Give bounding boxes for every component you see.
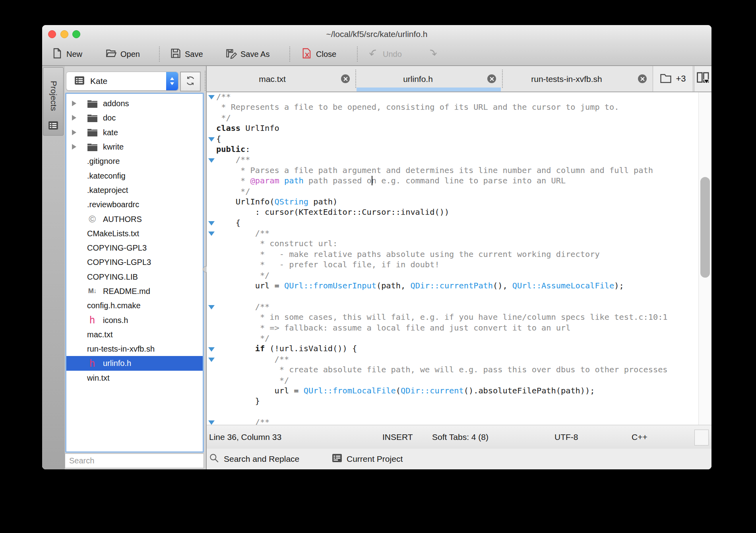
code-token: /** [216,155,250,164]
tree-item-kwrite[interactable]: kwrite [66,140,203,154]
refresh-icon [184,75,196,88]
code-line-19: url = QUrl::fromUserInput(path, QDir::cu… [207,280,711,291]
tree-item-run-tests-in-xvfb-sh[interactable]: run-tests-in-xvfb.sh [66,342,203,356]
code-line-24: */ [207,333,711,343]
tab-close-button[interactable] [341,74,350,83]
tree-item-label: mac.txt [87,330,112,339]
project-search-input[interactable] [65,453,204,468]
tree-item-urlinfo-h[interactable]: hurlinfo.h [66,356,203,370]
toolbar-button-new[interactable]: New [52,46,82,62]
toolbar-button-redo[interactable] [427,46,438,62]
split-view-button[interactable] [694,66,711,91]
fold-marker-icon[interactable] [208,347,215,352]
tree-item-label: config.h.cmake [87,301,141,310]
expander-icon[interactable] [72,130,76,135]
project-selector[interactable]: Kate [66,72,178,91]
tree-item-config-h-cmake[interactable]: config.h.cmake [66,298,203,313]
document-tab-urlinfo-h[interactable]: urlinfo.h [356,66,502,91]
document-tab-mac-txt[interactable]: mac.txt [211,66,355,91]
fold-marker-icon[interactable] [208,95,215,99]
code-token: * [216,176,250,185]
folder-icon [86,127,98,138]
saveas-icon [226,48,237,60]
tree-item--kateconfig[interactable]: .kateconfig [66,168,203,183]
tree-item-copying-lib[interactable]: COPYING.LIB [66,270,203,284]
editor-scrollbar-thumb[interactable] [700,177,710,278]
tree-item-doc[interactable]: doc [66,111,203,125]
tree-item-authors[interactable]: ©AUTHORS [66,212,203,226]
code-line-17: * - prefer local file, if in doubt! [207,259,711,270]
markdown-icon: M↓ [86,286,98,296]
tree-item-label: win.txt [87,373,110,382]
sidebar-tab-projects[interactable]: Projects [43,67,64,136]
code-token: ( [396,386,401,395]
tree-item-cmakelists-txt[interactable]: CMakeLists.txt [66,226,203,241]
code-token: } [216,396,260,406]
document-tab-run-tests-in-xvfb-sh[interactable]: run-tests-in-xvfb.sh [502,66,652,91]
copyright-icon: © [86,214,98,224]
fold-marker-icon[interactable] [208,305,215,309]
status-line-column[interactable]: Line 36, Column 33 [209,425,281,449]
tree-item-copying-gpl3[interactable]: COPYING-GPL3 [66,241,203,255]
code-line-20 [207,291,711,301]
fold-marker-icon[interactable] [208,137,215,142]
code-line-28: */ [207,375,711,385]
fold-marker-icon[interactable] [208,221,215,226]
tree-item--gitignore[interactable]: .gitignore [66,154,203,168]
tree-item-label: .kateproject [87,185,128,195]
window-title: ~/local/kf5/src/kate/urlinfo.h [42,25,711,43]
code-token: url = [216,386,304,395]
toolbar-button-save-as[interactable]: Save As [226,46,269,62]
refresh-project-button[interactable] [180,72,201,91]
projects-tab-label: Projects [49,81,58,111]
tree-item-readme-md[interactable]: M↓README.md [66,284,203,298]
tree-item-copying-lgpl3[interactable]: COPYING-LGPL3 [66,255,203,269]
tree-item-label: icons.h [103,315,128,325]
expander-icon[interactable] [72,144,76,150]
code-line-29: url = QUrl::fromLocalFile(QDir::current(… [207,385,711,396]
status-highlight-mode[interactable]: C++ [632,425,647,449]
code-editor[interactable]: /** * Represents a file to be opened, co… [207,92,711,425]
tab-close-button[interactable] [487,74,496,83]
code-token: path) [308,197,337,206]
code-line-8: * Parses a file path argument and determ… [207,165,711,175]
tree-item-addons[interactable]: addons [66,96,203,111]
tree-item-mac-txt[interactable]: mac.txt [66,327,203,342]
status-insert-mode[interactable]: INSERT [382,425,413,449]
bottom-tool-search-and-replace[interactable]: Search and Replace [209,449,299,469]
tab-separator [355,70,356,88]
tab-close-button[interactable] [638,74,647,83]
toolbar-button-open[interactable]: Open [106,46,140,62]
bottom-tool-current-project[interactable]: Current Project [332,449,403,469]
tree-item-label: .reviewboardrc [87,200,139,209]
tree-item-win-txt[interactable]: win.txt [66,371,203,385]
code-line-10: */ [207,186,711,196]
fold-marker-icon[interactable] [208,158,215,163]
project-file-tree[interactable]: addonsdockatekwrite.gitignore.kateconfig… [65,93,204,453]
code-token: if [255,344,265,353]
tree-item--reviewboardrc[interactable]: .reviewboardrc [66,197,203,212]
toolbar-button-close[interactable]: Close [301,46,336,62]
status-tab-width[interactable]: Soft Tabs: 4 (8) [432,425,488,449]
toolbar-button-undo[interactable]: Undo [368,46,402,62]
tree-item--kateproject[interactable]: .kateproject [66,183,203,197]
title-bar[interactable]: ~/local/kf5/src/kate/urlinfo.h [42,25,711,43]
expander-icon[interactable] [72,101,76,106]
fold-marker-icon[interactable] [208,231,215,236]
toolbar-button-label: Undo [383,50,402,59]
tree-item-icons-h[interactable]: hicons.h [66,313,203,327]
tree-item-kate[interactable]: kate [66,125,203,140]
fold-marker-icon[interactable] [208,358,215,362]
project-list-icon [74,76,85,86]
status-encoding[interactable]: UTF-8 [554,425,578,449]
tree-item-label: kate [103,128,118,137]
toolbar-button-save[interactable]: Save [170,46,203,62]
more-documents-button[interactable]: +3 [653,66,693,91]
expander-icon[interactable] [72,115,76,121]
folder-icon [86,113,98,123]
code-line-25: if (!url.isValid()) { [207,343,711,354]
editor-scrollbar[interactable] [698,92,711,425]
code-line-13: { [207,218,711,228]
status-corner-button[interactable] [694,430,709,445]
fold-marker-icon[interactable] [208,420,215,425]
